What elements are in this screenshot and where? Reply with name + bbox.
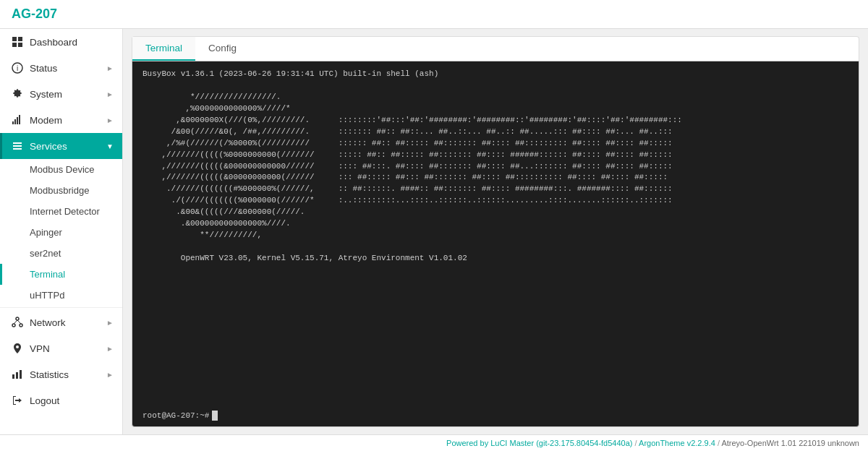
network-icon <box>11 316 24 329</box>
tab-config[interactable]: Config <box>195 37 250 61</box>
sidebar-item-system[interactable]: System ► <box>0 81 122 107</box>
sidebar-item-network[interactable]: Network ► <box>0 309 122 335</box>
sidebar-sub-apinger[interactable]: Apinger <box>0 222 122 243</box>
sidebar-sub-modbus-device[interactable]: Modbus Device <box>0 159 122 180</box>
terminal-prompt: root@AG-207:~# <box>142 411 209 420</box>
top-bar: AG-207 <box>0 0 868 29</box>
app-title: AG-207 <box>12 7 57 22</box>
sidebar-item-label: Modem <box>30 115 62 126</box>
chevron-right-icon: ► <box>106 345 114 353</box>
terminal-input-line: root@AG-207:~# <box>132 408 859 426</box>
tab-terminal[interactable]: Terminal <box>132 37 195 61</box>
sub-item-label: Modbus Device <box>30 164 95 175</box>
sidebar-item-label: Status <box>30 63 57 74</box>
sidebar-item-statistics[interactable]: Statistics ► <box>0 361 122 387</box>
sidebar-item-dashboard[interactable]: Dashboard <box>0 29 122 55</box>
sidebar-sub-ser2net[interactable]: ser2net <box>0 243 122 264</box>
sidebar-item-label: VPN <box>30 343 50 354</box>
logout-icon <box>11 394 24 407</box>
sidebar-item-label: Services <box>30 141 67 152</box>
signal-icon <box>11 113 24 126</box>
sidebar-sub-uhttpd[interactable]: uHTTPd <box>0 285 122 306</box>
svg-text:i: i <box>17 64 18 72</box>
svg-rect-17 <box>20 370 22 379</box>
chevron-right-icon: ► <box>106 116 114 124</box>
svg-rect-7 <box>14 119 16 124</box>
sidebar-sub-modbusbridge[interactable]: Modbusbridge <box>0 180 122 201</box>
svg-rect-3 <box>18 43 22 47</box>
svg-line-14 <box>17 320 21 324</box>
sub-item-label: ser2net <box>30 248 61 259</box>
gear-icon <box>11 87 24 100</box>
svg-rect-9 <box>19 115 20 124</box>
svg-line-13 <box>14 320 17 324</box>
chevron-right-icon: ► <box>106 90 114 98</box>
svg-rect-15 <box>12 374 14 379</box>
vpn-icon <box>11 342 24 355</box>
atreyo-text: Atreyo-OpenWrt 1.01 221019 unknown <box>721 439 859 447</box>
footer: Powered by LuCI Master (git-23.175.80454… <box>0 434 868 451</box>
svg-rect-16 <box>16 372 18 379</box>
sub-item-label: uHTTPd <box>30 290 64 301</box>
terminal-output: BusyBox v1.36.1 (2023-06-26 19:31:41 UTC… <box>132 61 859 408</box>
stats-icon <box>11 368 24 381</box>
grid-icon <box>11 35 24 48</box>
terminal-container[interactable]: BusyBox v1.36.1 (2023-06-26 19:31:41 UTC… <box>132 61 859 427</box>
svg-rect-0 <box>12 37 17 41</box>
sidebar-item-label: Logout <box>30 395 59 406</box>
sidebar-item-label: Network <box>30 317 66 328</box>
sidebar: Dashboard i Status ► System ► Modem ► <box>0 29 123 434</box>
sidebar-item-modem[interactable]: Modem ► <box>0 107 122 133</box>
sidebar-item-services[interactable]: Services ▼ <box>0 133 122 159</box>
chevron-down-icon: ▼ <box>106 142 114 150</box>
services-icon <box>11 139 24 153</box>
info-icon: i <box>11 61 24 74</box>
sub-item-label: Terminal <box>30 269 65 280</box>
luci-link[interactable]: Powered by LuCI Master (git-23.175.80454… <box>446 439 632 447</box>
svg-rect-1 <box>18 37 22 41</box>
sub-item-label: Modbusbridge <box>30 185 89 196</box>
svg-point-10 <box>16 317 19 320</box>
chevron-right-icon: ► <box>106 371 114 379</box>
sidebar-divider <box>0 307 122 308</box>
sidebar-item-label: Statistics <box>30 369 69 380</box>
tabs-bar: Terminal Config <box>132 36 859 61</box>
sidebar-sub-internet-detector[interactable]: Internet Detector <box>0 201 122 222</box>
svg-rect-6 <box>12 121 14 124</box>
chevron-right-icon: ► <box>106 319 114 327</box>
svg-point-12 <box>20 324 22 327</box>
argon-link[interactable]: ArgonTheme v2.2.9.4 <box>639 439 715 447</box>
svg-rect-8 <box>17 117 18 124</box>
sidebar-sub-terminal[interactable]: Terminal <box>0 264 122 285</box>
svg-point-11 <box>12 324 15 327</box>
sidebar-item-label: System <box>30 89 62 100</box>
main-content: Terminal Config BusyBox v1.36.1 (2023-06… <box>123 29 868 434</box>
sidebar-item-vpn[interactable]: VPN ► <box>0 335 122 361</box>
sub-item-label: Apinger <box>30 227 62 238</box>
sidebar-item-label: Dashboard <box>30 37 77 48</box>
sidebar-item-status[interactable]: i Status ► <box>0 55 122 81</box>
sidebar-item-logout[interactable]: Logout <box>0 387 122 413</box>
sub-item-label: Internet Detector <box>30 206 100 217</box>
chevron-right-icon: ► <box>106 64 114 72</box>
layout: Dashboard i Status ► System ► Modem ► <box>0 29 868 434</box>
terminal-cursor <box>212 411 218 421</box>
svg-rect-2 <box>12 43 17 47</box>
